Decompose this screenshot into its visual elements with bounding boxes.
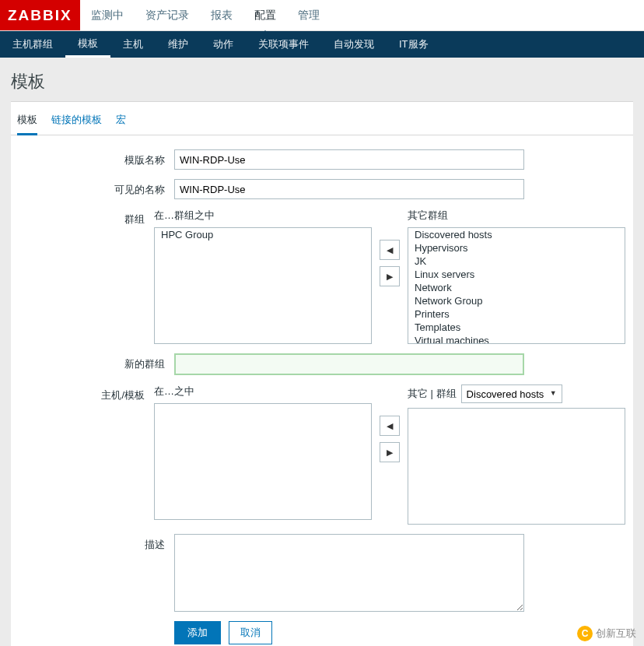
other-group-option[interactable]: JK [408, 255, 625, 268]
subnav-hosts[interactable]: 主机 [110, 31, 156, 58]
other-group-option[interactable]: Discovered hosts [408, 228, 625, 241]
other-header-2: 其它 | 群组 Discovered hosts [408, 384, 625, 408]
template-form: 模版名称 可见的名称 群组 在…群组之中 [11, 135, 633, 644]
subnav-correlation[interactable]: 关联项事件 [246, 31, 321, 58]
subnav: 主机群组 模板 主机 维护 动作 关联项事件 自动发现 IT服务 [0, 31, 644, 58]
move-left-button[interactable]: ◀ [380, 240, 400, 260]
tab-template[interactable]: 模板 [17, 110, 37, 135]
watermark-text: 创新互联 [596, 627, 636, 641]
page-area: 模板 模板 链接的模板 宏 模版名称 可见的名称 [0, 58, 644, 646]
listbox-other-groups[interactable]: Discovered hosts Hypervisors JK Linux se… [408, 227, 625, 344]
input-new-group[interactable] [174, 353, 524, 375]
textarea-description[interactable] [174, 534, 524, 612]
subnav-itservices[interactable]: IT服务 [387, 31, 441, 58]
other-group-option[interactable]: Templates [408, 321, 625, 334]
topnav-configuration[interactable]: 配置 [243, 0, 287, 30]
label-groups: 群组 [19, 209, 154, 344]
page-title: 模板 [11, 70, 633, 93]
in-group-option[interactable]: HPC Group [155, 228, 371, 241]
move-left-button-2[interactable]: ◀ [380, 416, 400, 436]
subnav-hostgroups[interactable]: 主机群组 [0, 31, 65, 58]
input-visible-name[interactable] [174, 179, 524, 199]
listbox-in-groups[interactable]: HPC Group [154, 227, 372, 344]
in-groups-header: 在…群组之中 [154, 209, 372, 227]
watermark-logo-icon: C [577, 626, 593, 641]
other-group-option[interactable]: Network [408, 281, 625, 294]
other-group-option[interactable]: Printers [408, 307, 625, 321]
add-button[interactable]: 添加 [174, 621, 221, 644]
label-description: 描述 [19, 534, 174, 612]
triangle-left-icon: ◀ [387, 245, 393, 255]
label-template-name: 模版名称 [19, 149, 174, 170]
form-tabs: 模板 链接的模板 宏 [11, 102, 633, 135]
input-template-name[interactable] [174, 149, 524, 170]
triangle-left-icon: ◀ [387, 421, 393, 431]
select-other-group[interactable]: Discovered hosts [461, 384, 562, 403]
label-visible-name: 可见的名称 [19, 179, 174, 199]
watermark: C 创新互联 [577, 626, 636, 641]
subnav-discovery[interactable]: 自动发现 [321, 31, 387, 58]
subnav-templates[interactable]: 模板 [65, 31, 110, 58]
other-groups-header: 其它群组 [408, 209, 625, 227]
label-new-group: 新的群组 [19, 353, 174, 375]
other-group-option[interactable]: Virtual machines [408, 334, 625, 344]
in-header-2: 在…之中 [154, 384, 372, 403]
topnav-monitoring[interactable]: 监测中 [80, 0, 135, 30]
triangle-right-icon: ▶ [387, 448, 393, 458]
panel: 模板 链接的模板 宏 模版名称 可见的名称 群组 [11, 101, 633, 646]
subnav-actions[interactable]: 动作 [201, 31, 246, 58]
other-group-option[interactable]: Linux servers [408, 268, 625, 281]
cancel-button[interactable]: 取消 [229, 621, 272, 644]
label-hosts-templates: 主机/模板 [19, 384, 154, 525]
tab-linked-templates[interactable]: 链接的模板 [51, 110, 102, 135]
triangle-right-icon: ▶ [387, 272, 393, 282]
logo[interactable]: ZABBIX [0, 0, 80, 30]
topnav-administration[interactable]: 管理 [287, 0, 331, 30]
subnav-maintenance[interactable]: 维护 [156, 31, 201, 58]
topbar: ZABBIX 监测中 资产记录 报表 配置 管理 [0, 0, 644, 31]
tab-macros[interactable]: 宏 [116, 110, 126, 135]
topnav-reports[interactable]: 报表 [200, 0, 243, 30]
other-header-2-label: 其它 | 群组 [408, 387, 457, 401]
other-group-option[interactable]: Network Group [408, 294, 625, 307]
topnav-inventory[interactable]: 资产记录 [135, 0, 200, 30]
move-right-button[interactable]: ▶ [380, 266, 400, 286]
move-right-button-2[interactable]: ▶ [380, 442, 400, 462]
listbox-in-hosts[interactable] [154, 403, 372, 520]
listbox-other-hosts[interactable] [408, 408, 625, 525]
topnav: 监测中 资产记录 报表 配置 管理 [80, 0, 331, 30]
other-group-option[interactable]: Hypervisors [408, 241, 625, 255]
